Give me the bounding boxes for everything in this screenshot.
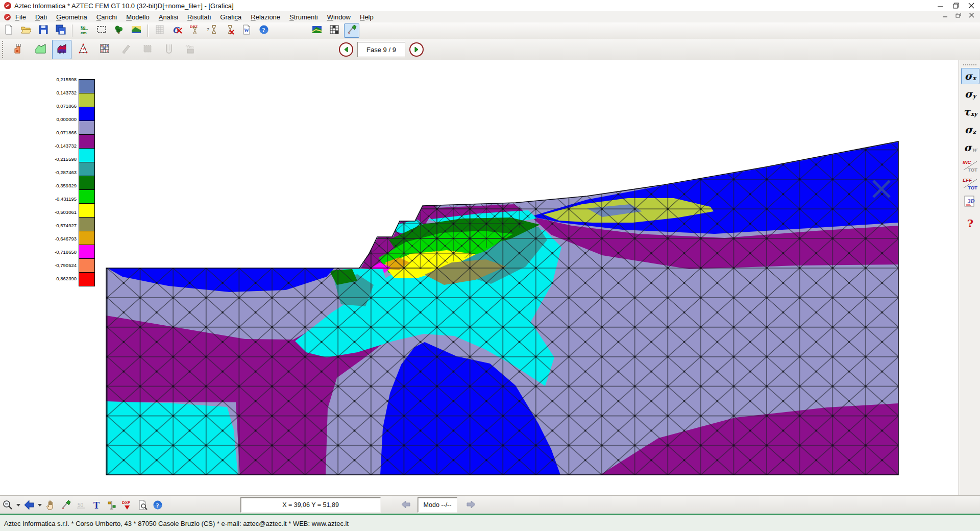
menu-item-dati[interactable]: Dati	[31, 12, 52, 22]
menu-item-file[interactable]: File	[11, 12, 31, 22]
help-globe-icon: ?	[258, 24, 270, 37]
fem-mesh-plot[interactable]	[0, 60, 959, 495]
phase-navigation: Fase 9 / 9	[335, 42, 428, 57]
mode-previous-button[interactable]	[399, 498, 412, 511]
export-dxf-button[interactable]: DXF	[120, 498, 134, 512]
displacement-phase-icon	[78, 43, 89, 56]
application-window: Aztec Informatica * AZTEC FEM GT 10.0 (3…	[0, 0, 980, 531]
pan-hand-button[interactable]	[44, 498, 57, 512]
previous-view-dropdown[interactable]	[37, 498, 43, 512]
help-button[interactable]: ?	[961, 215, 979, 231]
geometry-phase-button[interactable]	[31, 40, 50, 59]
dpz-window-icon: DPZ	[189, 24, 200, 37]
phase-toolbar: σ τ Fase 9 / 9	[0, 39, 980, 61]
legend-cell	[79, 120, 94, 134]
grid-table-icon	[154, 24, 165, 37]
mdi-minimize-button[interactable]	[941, 13, 949, 19]
menu-item-window[interactable]: Window	[323, 12, 355, 22]
displacement-phase-button[interactable]	[74, 40, 93, 59]
mdi-close-button[interactable]	[968, 13, 976, 19]
eff-tot-button[interactable]: EFFTOT	[961, 175, 979, 191]
inc-tot-button[interactable]: INCTOT	[961, 157, 979, 174]
beam-results-icon	[120, 43, 132, 56]
legend-cell	[79, 148, 94, 162]
open-file-button[interactable]	[18, 23, 34, 38]
mdi-restore-button[interactable]	[954, 13, 963, 19]
selection-rect-button[interactable]	[94, 23, 109, 38]
word-export-icon: W	[241, 24, 252, 37]
hourglass-x-button[interactable]	[222, 23, 237, 38]
legend-value: 0,143732	[30, 90, 77, 95]
drawing-canvas[interactable]: 0,2155980,1437320,0718660,000000-0,07186…	[0, 60, 959, 495]
legend-value: 0,000000	[30, 116, 77, 122]
redraw-brush-button[interactable]	[59, 498, 72, 512]
help-globe-button[interactable]: ?	[256, 23, 272, 38]
legend-cell	[79, 162, 94, 176]
toolbar-grip-right[interactable]	[963, 64, 976, 65]
previous-phase-button[interactable]	[339, 42, 353, 57]
close-button[interactable]	[964, 0, 979, 11]
sigma-x-button[interactable]: σx	[961, 68, 979, 84]
word-export-button[interactable]: W	[239, 23, 254, 38]
minimize-button[interactable]	[933, 0, 948, 11]
loads-phase-button[interactable]	[9, 40, 29, 59]
sigma-z-button[interactable]: σz	[961, 122, 979, 138]
menu-item-strumenti[interactable]: Strumenti	[285, 12, 323, 22]
tau-xy-button[interactable]: τxy	[961, 104, 979, 120]
legend-value: -0,431195	[30, 196, 77, 202]
menu-item-carichi[interactable]: Carichi	[92, 12, 121, 22]
menu-item-grafica[interactable]: Grafica	[215, 12, 246, 22]
legend-value: 0,071866	[30, 103, 77, 109]
stress-phase-button[interactable]: σ τ	[52, 40, 71, 59]
units-kgcm-icon: kgcm	[79, 24, 90, 37]
restore-button[interactable]	[948, 0, 964, 11]
grid-view-button[interactable]	[327, 23, 342, 38]
menu-item-risultati[interactable]: Risultati	[183, 12, 215, 22]
menu-item-relazione[interactable]: Relazione	[246, 12, 285, 22]
diagram-results-button	[181, 40, 200, 59]
save-copy-button[interactable]	[53, 23, 68, 38]
text-tool-button[interactable]: T	[90, 498, 103, 512]
sigma-y-button[interactable]: σy	[961, 86, 979, 102]
mode-next-button[interactable]	[464, 498, 478, 511]
selection-rect-icon	[96, 24, 107, 37]
new-document-button[interactable]	[1, 23, 16, 38]
svg-text:INC: INC	[963, 159, 971, 165]
menu-bar: FileDatiGeometriaCarichiModelloAnalisiRi…	[0, 11, 980, 23]
zoom-dropdown[interactable]	[15, 498, 21, 512]
units-kgcm-button[interactable]: kgcm	[77, 23, 92, 38]
mesh-phase-button[interactable]	[95, 40, 114, 59]
legend-cell	[79, 134, 94, 148]
menu-item-modello[interactable]: Modello	[121, 12, 154, 22]
legend-value: -0,574927	[30, 223, 77, 228]
dpz-window-button[interactable]: DPZ	[187, 23, 202, 38]
save-file-icon	[38, 24, 49, 37]
toolbar-grip[interactable]	[2, 41, 7, 58]
help-globe2-button[interactable]: ?	[151, 498, 164, 512]
next-phase-button[interactable]	[409, 42, 424, 57]
vegetation-button[interactable]	[111, 23, 127, 38]
sigma-w-button[interactable]: σw	[961, 139, 979, 156]
svg-text:EFF: EFF	[963, 177, 972, 183]
new-document-icon	[3, 24, 14, 37]
menu-items: FileDatiGeometriaCarichiModelloAnalisiRi…	[11, 12, 378, 22]
print-preview-button[interactable]	[136, 498, 149, 512]
view-3d-button[interactable]: 3D	[961, 193, 979, 209]
previous-view-button[interactable]	[22, 498, 36, 512]
dimension-tool-button[interactable]	[105, 498, 118, 512]
recalc-cancel-button[interactable]: G	[169, 23, 185, 38]
hourglass-7-button[interactable]: 7	[204, 23, 219, 38]
menu-item-help[interactable]: Help	[355, 12, 378, 22]
save-file-button[interactable]	[36, 23, 51, 38]
render-brush-button[interactable]	[344, 23, 359, 38]
terrain-view-button[interactable]	[309, 23, 325, 38]
terrain-section-button[interactable]	[129, 23, 144, 38]
svg-text:TOT: TOT	[968, 185, 977, 190]
zoom-tool-button[interactable]	[1, 498, 14, 512]
menu-item-analisi[interactable]: Analisi	[154, 12, 183, 22]
mdi-app-icon[interactable]	[4, 14, 11, 20]
legend-value: -0,646793	[30, 236, 77, 242]
svg-text:T: T	[93, 500, 100, 511]
menu-item-geometria[interactable]: Geometria	[52, 12, 92, 22]
recalc-cancel-icon: G	[172, 24, 183, 37]
